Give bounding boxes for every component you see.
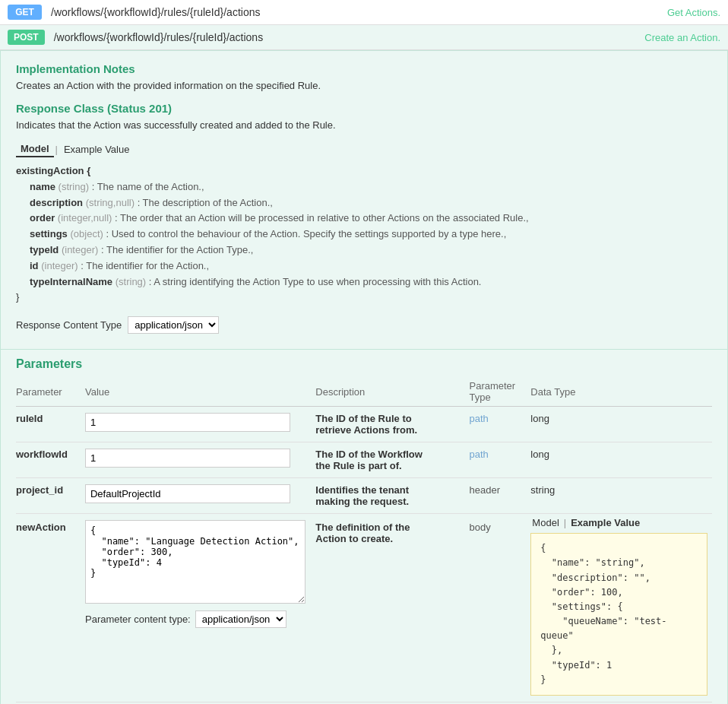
param-ruleid-type: path <box>469 413 488 424</box>
field-name-type: (string) <box>59 181 89 192</box>
field-order-desc: : The order that an Action will be proce… <box>115 212 529 224</box>
parameters-table: Parameter Value Description Parameter Ty… <box>16 377 712 702</box>
params-header-row: Parameter Value Description Parameter Ty… <box>16 377 712 407</box>
response-content-type-label: Response Content Type <box>16 319 122 331</box>
table-row: project_id Identifies the tenantmaking t… <box>16 478 712 514</box>
impl-notes-desc: Creates an Action with the provided info… <box>16 80 712 91</box>
me-divider: | <box>564 517 566 528</box>
field-id-desc: : The identifier for the Action., <box>81 260 209 271</box>
param-projectid-name: project_id <box>16 484 63 496</box>
example-value-area: Model | Example Value { "name": "string"… <box>530 517 707 696</box>
model-fields: name (string) : The name of the Action.,… <box>30 179 712 290</box>
param-projectid-type: header <box>469 484 499 496</box>
parameters-section: Parameters Parameter Value Description P… <box>0 350 728 704</box>
post-path: /workflows/{workflowId}/rules/{ruleId}/a… <box>54 31 645 43</box>
response-content-type-row: Response Content Type application/json <box>16 316 712 334</box>
model-example-tabs: Model | Example Value <box>530 517 707 528</box>
model-title-text: existingAction { <box>16 165 90 176</box>
field-settings-label: settings <box>30 228 68 239</box>
response-class-title: Response Class (Status 201) <box>16 102 712 115</box>
param-newaction-desc: The definition of theAction to create. <box>315 522 464 544</box>
param-ruleid-name: ruleId <box>16 413 43 424</box>
post-action-link[interactable]: Create an Action. <box>644 32 720 43</box>
col-header-description: Description <box>315 377 469 407</box>
param-newaction-type: body <box>469 522 490 533</box>
field-id: id (integer) : The identifier for the Ac… <box>30 258 712 274</box>
tab-model[interactable]: Model <box>16 141 54 157</box>
field-order-type: (integer,null) <box>58 212 112 224</box>
param-ruleid-desc: The ID of the Rule toretrieve Actions fr… <box>315 413 464 436</box>
param-workflowid-type: path <box>469 449 488 460</box>
param-projectid-datatype: string <box>530 484 555 496</box>
post-badge[interactable]: POST <box>8 30 45 45</box>
field-typeid-type: (integer) <box>62 244 98 255</box>
response-class-desc: Indicates that the Action was successful… <box>16 119 712 131</box>
me-tab-example[interactable]: Example Value <box>569 517 641 528</box>
tab-divider: | <box>55 144 58 155</box>
field-settings-type: (object) <box>70 228 103 239</box>
col-header-value: Value <box>85 377 315 407</box>
field-typeinternalname: typeInternalName (string) : A string ide… <box>30 274 712 290</box>
field-typeid: typeId (integer) : The identifier for th… <box>30 243 712 258</box>
impl-notes-title: Implementation Notes <box>16 62 712 75</box>
param-newaction-name: newAction <box>16 522 66 533</box>
get-badge[interactable]: GET <box>8 5 42 20</box>
model-close-brace: } <box>16 290 712 306</box>
param-newaction-textarea[interactable]: { "name": "Language Detection Action", "… <box>85 520 305 604</box>
get-path: /workflows/{workflowId}/rules/{ruleId}/a… <box>51 6 667 18</box>
field-description-type: (string,null) <box>86 197 135 208</box>
me-tab-model[interactable]: Model <box>530 517 560 528</box>
table-row: newAction { "name": "Language Detection … <box>16 514 712 702</box>
field-description: description (string,null) : The descript… <box>30 195 712 211</box>
field-name-desc: : The name of the Action., <box>92 181 204 192</box>
field-description-desc: : The description of the Action., <box>138 197 273 208</box>
param-workflowid-input[interactable] <box>85 449 290 468</box>
field-name: name (string) : The name of the Action., <box>30 179 712 195</box>
field-typeinternalname-type: (string) <box>116 276 146 287</box>
get-action-link[interactable]: Get Actions. <box>667 7 720 18</box>
field-description-label: description <box>30 197 83 208</box>
field-settings-desc: : Used to control the behaviour of the A… <box>106 228 506 239</box>
tab-example-value[interactable]: Example Value <box>59 142 134 157</box>
col-header-data-type: Data Type <box>530 377 712 407</box>
response-class: Response Class (Status 201) Indicates th… <box>16 102 712 131</box>
field-order-label: order <box>30 212 55 224</box>
parameters-title: Parameters <box>16 357 712 371</box>
implementation-notes: Implementation Notes Creates an Action w… <box>16 62 712 91</box>
example-value-box: { "name": "string", "description": "", "… <box>530 533 707 696</box>
model-box: existingAction { name (string) : The nam… <box>16 163 712 306</box>
param-ruleid-input[interactable] <box>85 413 290 432</box>
table-row: ruleId The ID of the Rule toretrieve Act… <box>16 407 712 442</box>
content-type-label: Parameter content type: <box>85 614 191 625</box>
field-id-type: (integer) <box>41 260 78 271</box>
param-projectid-input[interactable] <box>85 484 290 503</box>
get-row: GET /workflows/{workflowId}/rules/{ruleI… <box>0 0 728 25</box>
field-typeinternalname-label: typeInternalName <box>30 276 112 287</box>
field-order: order (integer,null) : The order that an… <box>30 211 712 227</box>
field-typeinternalname-desc: : A string identifying the Action Type t… <box>149 276 482 287</box>
param-workflowid-datatype: long <box>530 449 549 460</box>
col-header-param-type: Parameter Type <box>469 377 530 407</box>
field-id-label: id <box>30 260 39 271</box>
post-section: Implementation Notes Creates an Action w… <box>0 50 728 350</box>
param-projectid-desc: Identifies the tenantmaking the request. <box>315 484 464 507</box>
field-name-label: name <box>30 181 55 192</box>
field-typeid-label: typeId <box>30 244 59 255</box>
table-row: workflowId The ID of the Workflowthe Rul… <box>16 442 712 478</box>
post-row: POST /workflows/{workflowId}/rules/{rule… <box>0 25 728 50</box>
field-typeid-desc: : The identifier for the Action Type., <box>101 244 253 255</box>
content-type-select[interactable]: application/json <box>195 610 286 628</box>
field-settings: settings (object) : Used to control the … <box>30 227 712 243</box>
param-workflowid-name: workflowId <box>16 449 68 460</box>
param-ruleid-datatype: long <box>530 413 549 424</box>
col-header-parameter: Parameter <box>16 377 85 407</box>
model-tabs: Model | Example Value <box>16 141 712 157</box>
param-workflowid-desc: The ID of the Workflowthe Rule is part o… <box>315 449 464 471</box>
response-content-type-select[interactable]: application/json <box>128 316 219 334</box>
model-type-name: existingAction { <box>16 163 712 179</box>
content-type-row: Parameter content type: application/json <box>85 610 311 628</box>
